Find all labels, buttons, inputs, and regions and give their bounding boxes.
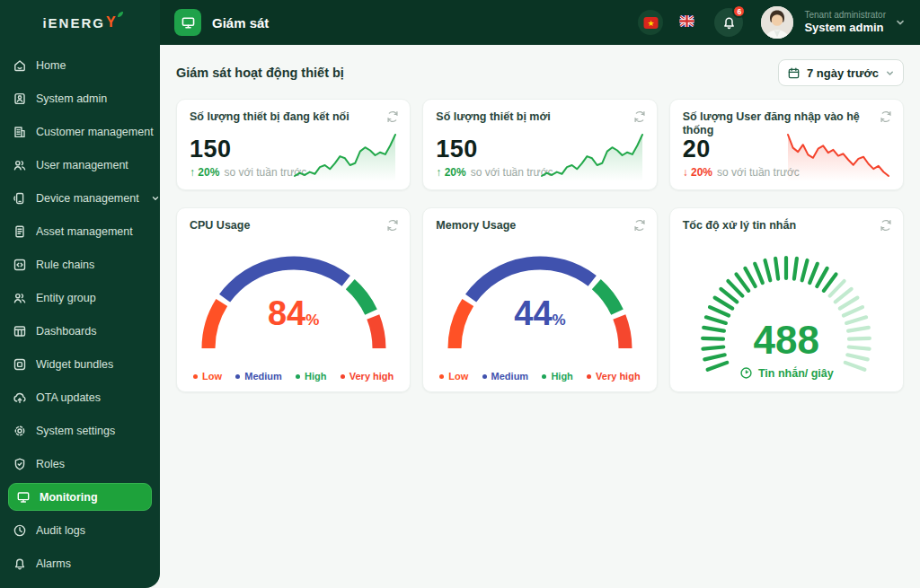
sidebar-item-audit-logs[interactable]: Audit logs <box>0 513 160 547</box>
sidebar-item-ota-updates[interactable]: OTA updates <box>0 381 160 414</box>
sidebar-item-device-management[interactable]: Device management <box>0 181 160 215</box>
sidebar-item-dashboards[interactable]: Dashboards <box>0 314 160 347</box>
refresh-icon[interactable] <box>385 110 400 124</box>
sidebar-item-label: Dashboards <box>36 325 96 338</box>
stat-card-new-devices: Số lượng thiết bị mới 150 ↑ 20% so với t… <box>422 99 657 190</box>
sidebar-item-home[interactable]: Home <box>0 48 160 82</box>
stat-value: 150 <box>436 136 478 163</box>
gauge-card-message-rate: Tốc độ xử lý tin nhắn 488 Tin nhắn/ giây <box>669 207 904 392</box>
page-title-icon <box>174 9 201 36</box>
gauge-caption: Tin nhắn/ giây <box>670 366 903 380</box>
sidebar-item-system-admin[interactable]: System admin <box>0 82 160 115</box>
sidebar: iENERGY Home System admin Customer manag… <box>0 0 160 588</box>
sidebar-item-label: User management <box>36 159 128 171</box>
bell-icon <box>721 15 737 31</box>
sidebar-item-alarms[interactable]: Alarms <box>0 547 160 580</box>
gauge-value: 44% <box>445 294 635 333</box>
language-english-button[interactable] <box>679 13 694 32</box>
clock-icon <box>13 523 27 538</box>
stat-card-connected-devices: Số lượng thiết bị đang kết nối 150 ↑ 20%… <box>176 99 411 190</box>
gauge-legend: Low Medium High Very high <box>177 371 410 382</box>
logo-accent: Y <box>106 14 118 31</box>
sidebar-item-label: Rule chains <box>36 259 94 271</box>
refresh-icon[interactable] <box>879 218 893 233</box>
chevron-down-icon <box>885 68 895 78</box>
card-title: Memory Usage <box>436 219 643 233</box>
gauge-chart: 84% <box>199 241 389 357</box>
legend-item-medium: Medium <box>482 371 529 382</box>
sidebar-item-label: OTA updates <box>36 391 101 404</box>
sidebar-item-rule-chains[interactable]: Rule chains <box>0 248 160 281</box>
legend-item-low: Low <box>439 371 468 382</box>
refresh-icon[interactable] <box>385 218 400 233</box>
bell-icon <box>13 557 27 571</box>
refresh-icon[interactable] <box>879 110 893 124</box>
id-badge-icon <box>13 92 27 106</box>
stat-value: 20 <box>683 136 711 163</box>
file-icon <box>13 224 27 239</box>
sidebar-item-roles[interactable]: Roles <box>0 447 160 480</box>
sparkline-chart <box>293 131 399 181</box>
sidebar-item-label: Roles <box>36 458 65 470</box>
sparkline-chart <box>540 131 646 181</box>
gauge-card-memory-usage: Memory Usage 44% Low Medium High Very hi… <box>422 207 657 392</box>
uk-flag-icon <box>679 13 694 29</box>
notification-count-badge: 6 <box>732 4 746 18</box>
sidebar-item-monitoring[interactable]: Monitoring <box>8 483 152 511</box>
gauge-value: 488 <box>691 318 881 363</box>
legend-dot <box>439 374 444 379</box>
trend-arrow-icon: ↑ <box>190 166 195 179</box>
stat-card-user-logins: Số lượng User đăng nhập vào hệ thống 20 … <box>669 99 904 190</box>
sidebar-item-entity-group[interactable]: Entity group <box>0 281 160 314</box>
refresh-icon[interactable] <box>632 218 647 233</box>
delta-value: 20% <box>445 166 466 179</box>
legend-dot <box>296 374 300 379</box>
refresh-icon[interactable] <box>632 110 647 124</box>
home-icon <box>13 58 27 73</box>
logo-text: iENERG <box>42 15 105 31</box>
svg-text:★: ★ <box>647 19 654 28</box>
language-vietnamese-button[interactable]: ★ <box>638 10 663 35</box>
sidebar-item-user-management[interactable]: User management <box>0 148 160 181</box>
gauge-chart: 44% <box>445 241 635 357</box>
notifications-button[interactable]: 6 <box>714 8 743 37</box>
trend-arrow-icon: ↓ <box>683 166 688 179</box>
sidebar-item-label: Home <box>36 59 66 72</box>
sidebar-item-label: Asset management <box>36 225 133 238</box>
delta-value: 20% <box>198 166 219 179</box>
legend-item-very-high: Very high <box>341 371 394 382</box>
card-title: Số lượng thiết bị đang kết nối <box>190 110 397 124</box>
stat-delta: ↑ 20% so với tuần trước <box>190 166 306 179</box>
sidebar-item-system-settings[interactable]: System settings <box>0 414 160 447</box>
building-icon <box>13 125 27 139</box>
chevron-down-icon <box>895 17 906 28</box>
card-title: Tốc độ xử lý tin nhắn <box>683 219 890 233</box>
sidebar-item-asset-management[interactable]: Asset management <box>0 215 160 248</box>
legend-dot <box>235 374 240 379</box>
sidebar-item-customer-management[interactable]: Customer management <box>0 115 160 148</box>
legend-dot <box>542 374 546 379</box>
sparkline-chart <box>786 131 892 181</box>
trend-arrow-icon: ↑ <box>436 166 441 179</box>
timer-icon <box>739 366 753 380</box>
users-icon <box>13 291 27 305</box>
sidebar-item-label: System settings <box>36 425 115 437</box>
legend-item-high: High <box>542 371 572 382</box>
user-avatar[interactable] <box>761 6 793 39</box>
legend-item-very-high: Very high <box>587 371 641 382</box>
sidebar-item-widget-bundles[interactable]: Widget bundles <box>0 347 160 381</box>
shield-check-icon <box>13 457 27 471</box>
date-range-select[interactable]: 7 ngày trước <box>778 59 904 86</box>
vietnam-flag-icon: ★ <box>643 15 659 31</box>
sidebar-item-label: Widget bundles <box>36 358 113 371</box>
monitor-icon <box>181 15 196 31</box>
monitor-icon <box>16 490 31 505</box>
user-menu[interactable]: Tenant administrator System admin <box>804 10 886 36</box>
sidebar-item-label: Audit logs <box>36 524 85 537</box>
date-range-value: 7 ngày trước <box>807 66 879 80</box>
app-window: iENERGY Home System admin Customer manag… <box>0 0 920 588</box>
grid-icon <box>13 324 27 338</box>
tick-gauge-chart: 488 <box>691 235 881 379</box>
sidebar-item-label: Alarms <box>36 557 71 570</box>
sidebar-item-label: Customer management <box>36 126 154 138</box>
